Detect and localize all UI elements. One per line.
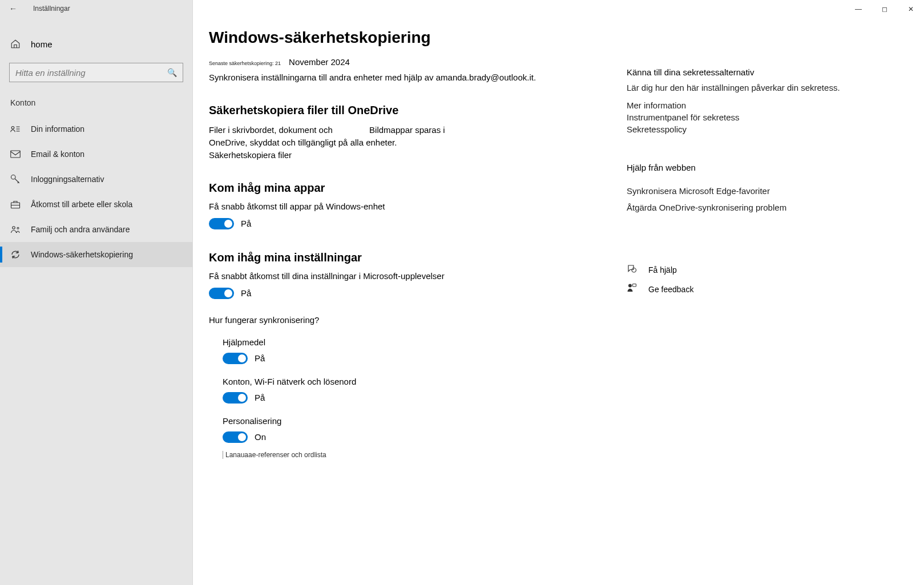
svg-point-0 bbox=[11, 127, 14, 130]
search-box[interactable]: 🔍 bbox=[9, 63, 183, 82]
settings-toggle-state: På bbox=[241, 288, 251, 298]
sub-accounts-label: Konton, Wi-Fi nätverk och lösenord bbox=[223, 377, 604, 386]
titlebar: ← Inställningar bbox=[0, 0, 192, 17]
onedrive-heading: Säkerhetskopiera filer till OneDrive bbox=[209, 104, 604, 117]
last-backup-row: Senaste säkerhetskopiering: 21 November … bbox=[209, 57, 604, 67]
svg-point-5 bbox=[11, 175, 16, 180]
settings-heading: Kom ihåg mina inställningar bbox=[209, 251, 604, 264]
close-button[interactable]: ✕ bbox=[898, 0, 924, 18]
sync-icon bbox=[10, 249, 21, 260]
webhelp-heading: Hjälp från webben bbox=[627, 163, 913, 172]
sidebar-item-email-accounts[interactable]: Email & konton bbox=[0, 142, 192, 167]
search-icon: 🔍 bbox=[167, 68, 177, 77]
sub-accessibility-toggle[interactable] bbox=[223, 353, 248, 364]
content: Windows-säkerhetskopiering Senaste säker… bbox=[193, 29, 604, 585]
sub-accessibility-label: Hjälpmedel bbox=[223, 337, 604, 347]
person-card-icon bbox=[10, 124, 21, 134]
search-row: 🔍 bbox=[9, 63, 183, 82]
sidebar-item-backup[interactable]: Windows-säkerhetskopiering bbox=[0, 242, 192, 267]
apps-desc: Få snabb åtkomst till appar på Windows-e… bbox=[209, 201, 604, 211]
apps-heading: Kom ihåg mina appar bbox=[209, 181, 604, 195]
section-remember-settings: Kom ihåg mina inställningar Få snabbt åt… bbox=[209, 251, 604, 459]
app-title: Inställningar bbox=[33, 5, 70, 13]
people-icon bbox=[10, 224, 21, 235]
onedrive-body: Filer i skrivbordet, dokument och Bildma… bbox=[209, 124, 454, 149]
help-icon bbox=[627, 264, 637, 276]
get-help-row[interactable]: Få hjälp bbox=[627, 264, 913, 276]
window-controls: — ◻ ✕ bbox=[845, 0, 924, 18]
home-icon bbox=[10, 39, 21, 49]
onedrive-body-p2: Bildmappar sparas i bbox=[369, 125, 445, 135]
svg-point-10 bbox=[628, 284, 632, 287]
svg-point-8 bbox=[17, 227, 19, 229]
maximize-button[interactable]: ◻ bbox=[871, 0, 898, 18]
sync-description: Synkronisera inställningarna till andra … bbox=[209, 72, 604, 82]
sidebar-item-family[interactable]: Familj och andra användare bbox=[0, 217, 192, 242]
sidebar-item-signin-options[interactable]: Inloggningsalternativ bbox=[0, 167, 192, 192]
feedback-label: Ge feedback bbox=[648, 285, 693, 294]
get-help-label: Få hjälp bbox=[648, 265, 677, 275]
feedback-icon bbox=[627, 283, 637, 296]
sub-personalization-toggle[interactable] bbox=[223, 431, 248, 443]
sub-accessibility: Hjälpmedel På bbox=[223, 337, 604, 364]
minimize-button[interactable]: — bbox=[845, 0, 871, 18]
svg-point-7 bbox=[13, 227, 15, 229]
sub-accessibility-state: På bbox=[255, 353, 265, 363]
section-remember-apps: Kom ihåg mina appar Få snabb åtkomst til… bbox=[209, 181, 604, 229]
settings-toggle-row: På bbox=[209, 288, 604, 299]
right-panel: Känna till dina sekretessalternativ Lär … bbox=[604, 29, 924, 585]
link-more-info[interactable]: Mer information bbox=[627, 100, 913, 110]
link-privacy-dashboard[interactable]: Instrumentpanel för sekretess bbox=[627, 112, 913, 122]
apps-toggle-state: På bbox=[241, 219, 251, 228]
mail-icon bbox=[10, 149, 21, 159]
back-arrow-icon[interactable]: ← bbox=[9, 4, 17, 13]
sidebar-item-label: Email & konton bbox=[31, 150, 84, 159]
settings-desc: Få snabbt åtkomst till dina inställninga… bbox=[209, 271, 604, 281]
privacy-heading: Känna till dina sekretessalternativ bbox=[627, 67, 913, 77]
sidebar: ← Inställningar home 🔍 Konton Din inform… bbox=[0, 0, 193, 585]
privacy-group: Känna till dina sekretessalternativ Lär … bbox=[627, 67, 913, 134]
sub-accounts-state: På bbox=[255, 393, 265, 402]
sub-language-label: Lanauaae-referenser och ordlista bbox=[223, 451, 604, 459]
apps-toggle-row: På bbox=[209, 218, 604, 229]
link-fix-onedrive[interactable]: Åtgärda OneDrive-synkronisering problem bbox=[627, 203, 913, 212]
feedback-row[interactable]: Ge feedback bbox=[627, 283, 913, 296]
onedrive-backup-link[interactable]: Säkerhetskopiera filer bbox=[209, 150, 604, 160]
sidebar-item-label: Familj och andra användare bbox=[31, 225, 130, 234]
link-sync-edge[interactable]: Synkronisera Microsoft Edge-favoriter bbox=[627, 186, 913, 196]
search-input[interactable] bbox=[15, 68, 167, 78]
last-backup-label: Senaste säkerhetskopiering: 21 bbox=[209, 60, 281, 66]
sub-accounts-toggle[interactable] bbox=[223, 392, 248, 404]
onedrive-body-p3: OneDrive, skyddat och tillgängligt på al… bbox=[209, 138, 397, 147]
sidebar-home[interactable]: home bbox=[0, 33, 192, 55]
privacy-text: Lär dig hur den här inställningen påverk… bbox=[627, 82, 913, 95]
page-title: Windows-säkerhetskopiering bbox=[209, 29, 604, 47]
category-label: Konton bbox=[0, 82, 192, 116]
sidebar-item-label: Din information bbox=[31, 124, 84, 134]
key-icon bbox=[10, 174, 21, 184]
onedrive-body-p1: Filer i skrivbordet, dokument och bbox=[209, 125, 333, 135]
main: — ◻ ✕ Windows-säkerhetskopiering Senaste… bbox=[193, 0, 924, 585]
svg-rect-4 bbox=[11, 151, 21, 158]
sidebar-item-label: Åtkomst till arbete eller skola bbox=[31, 200, 132, 209]
briefcase-icon bbox=[10, 199, 21, 209]
link-privacy-policy[interactable]: Sekretesspolicy bbox=[627, 124, 913, 134]
sidebar-item-work-access[interactable]: Åtkomst till arbete eller skola bbox=[0, 192, 192, 217]
how-sync-works-link[interactable]: Hur fungerar synkronisering? bbox=[209, 315, 604, 325]
apps-toggle[interactable] bbox=[209, 218, 234, 229]
sub-personalization-state: On bbox=[255, 432, 266, 442]
settings-toggle[interactable] bbox=[209, 288, 234, 299]
sidebar-item-your-info[interactable]: Din information bbox=[0, 116, 192, 142]
svg-rect-11 bbox=[633, 284, 636, 287]
sub-accounts: Konton, Wi-Fi nätverk och lösenord På bbox=[223, 377, 604, 404]
sidebar-item-label: Inloggningsalternativ bbox=[31, 175, 104, 184]
home-label: home bbox=[31, 39, 53, 49]
last-backup-date: November 2024 bbox=[289, 57, 350, 67]
sub-personalization: Personalisering On bbox=[223, 416, 604, 443]
section-onedrive: Säkerhetskopiera filer till OneDrive Fil… bbox=[209, 104, 604, 160]
sidebar-item-label: Windows-säkerhetskopiering bbox=[31, 250, 133, 259]
svg-point-9 bbox=[632, 268, 636, 272]
webhelp-group: Hjälp från webben Synkronisera Microsoft… bbox=[627, 163, 913, 212]
sub-personalization-label: Personalisering bbox=[223, 416, 604, 426]
